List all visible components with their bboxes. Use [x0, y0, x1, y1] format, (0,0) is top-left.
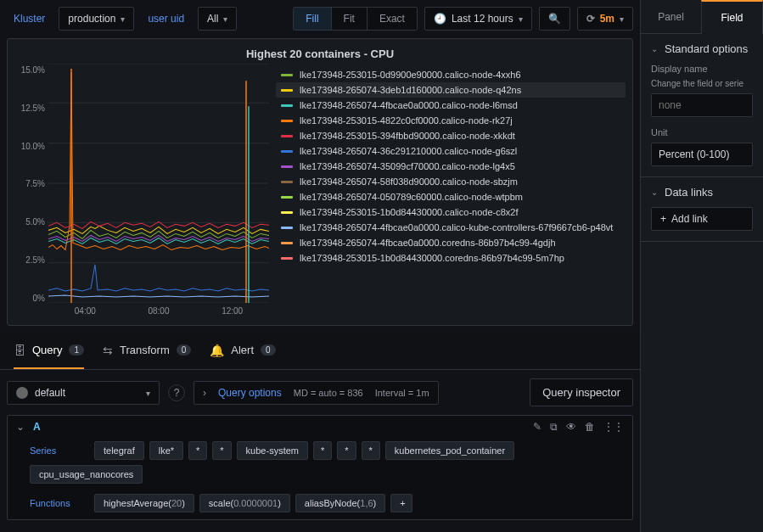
transform-icon: ⇆ — [103, 344, 113, 357]
chevron-down-icon — [620, 13, 624, 25]
legend-item[interactable]: lke173948-253015-394fbbd90000.calico-nod… — [276, 128, 626, 143]
legend-swatch — [281, 104, 293, 107]
section-standard-options[interactable]: ⌄ Standard options — [641, 34, 763, 64]
collapse-query-icon[interactable]: ⌄ — [16, 421, 25, 433]
edit-query-icon[interactable]: ✎ — [533, 421, 541, 433]
series-segment[interactable]: cpu_usage_nanocores — [30, 465, 143, 484]
section-data-links[interactable]: ⌄ Data links — [641, 177, 763, 207]
var-kluster-value[interactable]: production — [59, 7, 134, 31]
add-function-button[interactable]: + — [390, 494, 412, 512]
datasource-icon — [16, 387, 28, 399]
legend-item[interactable]: lke173948-253015-1b0d84430000.calico-nod… — [276, 204, 626, 220]
legend-swatch — [281, 120, 293, 122]
series-segment[interactable]: telegraf — [94, 441, 144, 460]
clock-icon: 🕘 — [434, 13, 446, 25]
time-range-picker[interactable]: 🕘 Last 12 hours — [424, 7, 532, 31]
fit-mode-fit[interactable]: Fit — [331, 8, 367, 30]
datasource-help-icon[interactable]: ? — [168, 384, 185, 401]
query-interval-text: Interval = 1m — [375, 388, 429, 398]
chart-panel: Highest 20 containers - CPU 15.0% 12.5% … — [7, 38, 633, 326]
display-name-input[interactable] — [651, 93, 753, 117]
legend-swatch — [281, 165, 293, 168]
legend-label: lke173948-253015-1b0d84430000.coredns-86… — [300, 253, 564, 263]
tab-transform[interactable]: ⇆ Transform 0 — [103, 333, 191, 369]
tab-query[interactable]: 🗄 Query 1 — [14, 333, 84, 369]
legend-item[interactable]: lke173948-253015-1b0d84430000.coredns-86… — [276, 250, 626, 266]
refresh-button[interactable]: ⟳ 5m — [577, 7, 633, 31]
series-segment[interactable]: * — [212, 441, 231, 460]
series-label: Series — [30, 445, 89, 456]
plot-area[interactable] — [48, 64, 269, 303]
var-user-uid-label[interactable]: user uid — [141, 8, 191, 30]
y-axis: 15.0% 12.5% 10.0% 7.5% 5.0% 2.5% 0% — [14, 64, 48, 318]
refresh-icon: ⟳ — [586, 13, 595, 25]
datasource-select[interactable]: default — [7, 381, 160, 405]
drag-handle-icon[interactable]: ⋮⋮ — [603, 421, 624, 433]
series-segment[interactable]: lke* — [149, 441, 183, 460]
legend-label: lke173948-265074-35099cf70000.calico-nod… — [300, 161, 515, 171]
zoom-out-button[interactable]: 🔍 — [539, 7, 570, 31]
query-count-badge: 1 — [69, 344, 84, 356]
legend-swatch — [281, 89, 293, 92]
legend-swatch — [281, 181, 293, 183]
series-segment[interactable]: * — [313, 441, 332, 460]
legend-item[interactable]: lke173948-253015-0d9900e90000.calico-nod… — [276, 67, 626, 82]
legend-item[interactable]: lke173948-265074-050789c60000.calico-nod… — [276, 189, 626, 204]
legend-label: lke173948-265074-4fbcae0a0000.calico-kub… — [300, 222, 613, 232]
function-segment[interactable]: scale(0.0000001) — [199, 494, 290, 512]
query-options-bar: default ? › Query options MD = auto = 83… — [0, 370, 640, 415]
panel-title: Highest 20 containers - CPU — [8, 39, 632, 64]
add-link-button[interactable]: + Add link — [651, 207, 753, 231]
legend-item[interactable]: lke173948-265074-3deb1d160000.calico-nod… — [276, 82, 626, 98]
x-axis: 04:00 08:00 12:00 — [48, 303, 269, 318]
function-segment[interactable]: highestAverage(20) — [94, 494, 194, 512]
database-icon: 🗄 — [14, 344, 25, 357]
series-segment[interactable]: * — [337, 441, 356, 460]
tab-alert[interactable]: 🔔 Alert 0 — [210, 333, 275, 369]
legend-item[interactable]: lke173948-265074-4fbcae0a0000.coredns-86… — [276, 235, 626, 250]
var-kluster-label[interactable]: Kluster — [7, 8, 52, 30]
query-ref-id[interactable]: A — [33, 421, 41, 433]
legend-item[interactable]: lke173948-265074-4fbcae0a0000.calico-kub… — [276, 220, 626, 235]
legend-item[interactable]: lke173948-265074-4fbcae0a0000.calico-nod… — [276, 98, 626, 113]
legend-swatch — [281, 227, 293, 229]
legend-item[interactable]: lke173948-265074-36c291210000.calico-nod… — [276, 143, 626, 159]
fit-mode-fill[interactable]: Fill — [294, 8, 330, 30]
chevron-down-icon: ⌄ — [651, 44, 658, 53]
legend-label: lke173948-253015-4822c0cf0000.calico-nod… — [300, 115, 513, 126]
series-segment[interactable]: kube-system — [237, 441, 308, 460]
side-tab-field[interactable]: Field — [701, 0, 763, 34]
unit-select[interactable]: Percent (0-100) — [651, 143, 753, 166]
legend-item[interactable]: lke173948-265074-35099cf70000.calico-nod… — [276, 159, 626, 174]
legend-label: lke173948-265074-050789c60000.calico-nod… — [300, 192, 523, 202]
legend-swatch — [281, 211, 293, 214]
alert-count-badge: 0 — [261, 344, 276, 356]
series-segment[interactable]: kubernetes_pod_container — [385, 441, 514, 460]
series-segment[interactable]: * — [188, 441, 207, 460]
toggle-query-icon[interactable]: 👁 — [566, 421, 576, 433]
series-segment[interactable]: * — [362, 441, 380, 460]
fit-mode-exact[interactable]: Exact — [367, 8, 417, 30]
chevron-down-icon — [519, 13, 523, 25]
delete-query-icon[interactable]: 🗑 — [585, 421, 595, 433]
side-tab-panel[interactable]: Panel — [641, 0, 701, 34]
legend-label: lke173948-265074-3deb1d160000.calico-nod… — [300, 85, 521, 95]
fit-mode-segment: Fill Fit Exact — [293, 7, 418, 31]
query-row-a: ⌄ A ✎ ⧉ 👁 🗑 ⋮⋮ Series telegraflke***kube… — [7, 415, 633, 520]
legend-label: lke173948-265074-4fbcae0a0000.coredns-86… — [300, 238, 556, 248]
legend-label: lke173948-253015-394fbbd90000.calico-nod… — [300, 131, 515, 141]
var-user-uid-value[interactable]: All — [198, 7, 237, 31]
query-options[interactable]: › Query options MD = auto = 836 Interval… — [194, 381, 439, 405]
legend-swatch — [281, 196, 293, 199]
legend-item[interactable]: lke173948-265074-58f038d90000.calico-nod… — [276, 174, 626, 189]
functions-label: Functions — [30, 498, 89, 508]
legend-item[interactable]: lke173948-253015-4822c0cf0000.calico-nod… — [276, 113, 626, 128]
chevron-right-icon: › — [203, 387, 206, 399]
legend: lke173948-253015-0d9900e90000.calico-nod… — [276, 64, 626, 318]
display-name-help: Change the field or serie — [651, 79, 753, 88]
chart[interactable]: 15.0% 12.5% 10.0% 7.5% 5.0% 2.5% 0% — [14, 64, 269, 318]
duplicate-query-icon[interactable]: ⧉ — [550, 421, 558, 433]
transform-count-badge: 0 — [177, 344, 192, 356]
function-segment[interactable]: aliasByNode(1,6) — [295, 494, 385, 512]
query-inspector-button[interactable]: Query inspector — [530, 378, 633, 406]
